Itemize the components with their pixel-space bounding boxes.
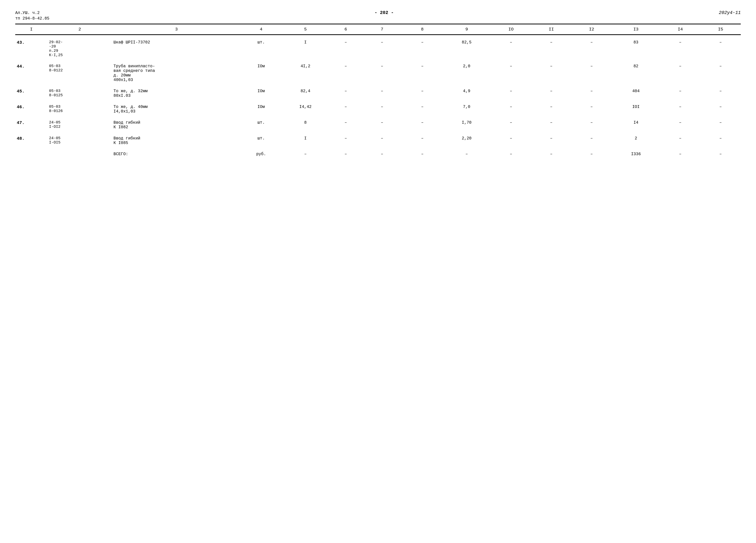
col-header-9: 9 bbox=[443, 24, 491, 35]
header-subtitle2: тп 294-8-42.85 bbox=[15, 16, 49, 21]
header-left: Ал.УШ. ч.2 тп 294-8-42.85 bbox=[15, 10, 49, 22]
col-header-5: 5 bbox=[281, 24, 329, 35]
col-header-10: IO bbox=[491, 24, 531, 35]
item-name: Шкаф ШРII-73702 bbox=[112, 35, 241, 61]
table-row: 45.05-03 8-0125То же, д. 32мм 80хI.03IOм… bbox=[15, 86, 741, 102]
col-header-3: 3 bbox=[112, 24, 241, 35]
col-header-13: I3 bbox=[612, 24, 660, 35]
col-header-1: I bbox=[15, 24, 48, 35]
main-table: I 2 3 4 5 6 7 8 9 IO II I2 I3 I4 I5 43.2… bbox=[15, 24, 741, 160]
item-name: Труба винипласто- вая среднего типа д. 2… bbox=[112, 61, 241, 86]
doc-number: 202у4-11 bbox=[719, 10, 741, 15]
col-header-7: 7 bbox=[362, 24, 402, 35]
item-name: Ввод гибкий К I082 bbox=[112, 117, 241, 133]
col-header-6: 6 bbox=[330, 24, 362, 35]
item-name: То же, д. 40мм I4,0х1,03 bbox=[112, 102, 241, 117]
item-name: Ввод гибкий К I085 bbox=[112, 133, 241, 149]
col-header-2: 2 bbox=[48, 24, 112, 35]
table-row: 46.05-03 8-0126То же, д. 40мм I4,0х1,03I… bbox=[15, 102, 741, 117]
table-row: 44.05-03 8-0122Труба винипласто- вая сре… bbox=[15, 61, 741, 86]
col-header-14: I4 bbox=[660, 24, 701, 35]
col-header-8: 8 bbox=[402, 24, 443, 35]
table-header-row: I 2 3 4 5 6 7 8 9 IO II I2 I3 I4 I5 bbox=[15, 24, 741, 35]
table-row: 48.24-05 I-OI5Ввод гибкий К I085шт.I–––2… bbox=[15, 133, 741, 149]
total-label: ВСЕГО: bbox=[112, 149, 241, 160]
page-header: Ал.УШ. ч.2 тп 294-8-42.85 - 202 - 202у4-… bbox=[15, 10, 741, 22]
col-header-4: 4 bbox=[241, 24, 281, 35]
col-header-12: I2 bbox=[572, 24, 612, 35]
table-row: 43.29-02- -20 п.29 К-I,25Шкаф ШРII-73702… bbox=[15, 35, 741, 61]
page-number: - 202 - bbox=[374, 10, 394, 15]
table-row: 47.24-05 I-OI2Ввод гибкий К I082шт.8–––I… bbox=[15, 117, 741, 133]
table-row: ВСЕГО:руб.––––––––I336–– bbox=[15, 149, 741, 160]
col-header-11: II bbox=[531, 24, 572, 35]
item-name: То же, д. 32мм 80хI.03 bbox=[112, 86, 241, 102]
header-subtitle1: Ал.УШ. ч.2 bbox=[15, 10, 49, 16]
main-table-container: I 2 3 4 5 6 7 8 9 IO II I2 I3 I4 I5 43.2… bbox=[15, 24, 741, 160]
col-header-15: I5 bbox=[700, 24, 741, 35]
